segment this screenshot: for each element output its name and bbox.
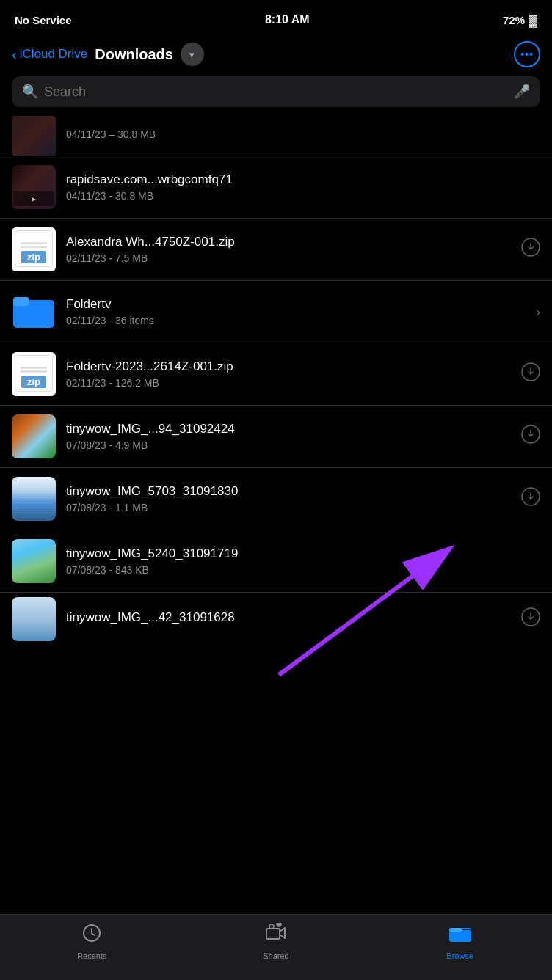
- tab-shared-label: Shared: [263, 951, 288, 960]
- mic-icon: 🎤: [514, 84, 530, 100]
- chevron-right-icon: ›: [536, 304, 540, 320]
- page-title: Downloads: [95, 46, 173, 63]
- download-button[interactable]: [521, 362, 540, 386]
- file-name: 04/11/23 – 30.8 MB: [66, 128, 540, 140]
- tab-browse-label: Browse: [446, 951, 473, 960]
- file-thumbnail: ▶: [12, 165, 56, 209]
- file-meta: 07/08/23 - 843 KB: [66, 564, 540, 576]
- battery-icon: ▓: [529, 14, 537, 26]
- battery-label: 72%: [503, 14, 525, 26]
- ellipsis-icon: •••: [520, 48, 534, 60]
- file-name: Alexandra Wh...4750Z-001.zip: [66, 235, 514, 249]
- file-meta: 04/11/23 - 30.8 MB: [66, 190, 540, 202]
- file-name: rapidsave.com...wrbgcomfq71: [66, 172, 540, 187]
- tab-recents-label: Recents: [77, 951, 106, 960]
- tab-bar: Recents Shared Browse: [0, 914, 552, 980]
- file-meta: 02/11/23 - 7.5 MB: [66, 252, 514, 264]
- svg-rect-11: [266, 929, 280, 939]
- list-item[interactable]: tinywow_IMG_5240_31091719 07/08/23 - 843…: [0, 530, 552, 593]
- more-button[interactable]: •••: [514, 41, 540, 67]
- carrier-label: No Service: [15, 14, 72, 26]
- back-chevron-icon: ‹: [12, 46, 17, 63]
- shared-icon: [265, 923, 287, 948]
- svg-rect-15: [449, 928, 462, 932]
- list-item[interactable]: zip Alexandra Wh...4750Z-001.zip 02/11/2…: [0, 219, 552, 281]
- file-name: tinywow_IMG_...94_31092424: [66, 422, 514, 436]
- tab-recents[interactable]: Recents: [0, 923, 184, 960]
- file-meta: 07/08/23 - 1.1 MB: [66, 502, 514, 513]
- svg-rect-3: [13, 297, 29, 306]
- file-thumbnail: zip: [12, 227, 56, 271]
- dropdown-button[interactable]: ▾: [181, 43, 204, 66]
- file-thumbnail: [12, 477, 56, 521]
- time-label: 8:10 AM: [265, 13, 310, 26]
- file-meta: 07/08/23 - 4.9 MB: [66, 439, 514, 451]
- list-item[interactable]: tinywow_IMG_...42_31091628: [0, 593, 552, 646]
- file-name: tinywow_IMG_5240_31091719: [66, 546, 540, 561]
- search-input[interactable]: [44, 84, 508, 100]
- download-button[interactable]: [521, 487, 540, 511]
- tab-browse[interactable]: Browse: [368, 923, 552, 960]
- chevron-down-icon: ▾: [189, 49, 195, 60]
- tab-shared[interactable]: Shared: [184, 923, 368, 960]
- file-name: tinywow_IMG_5703_31091830: [66, 484, 514, 499]
- search-icon: 🔍: [22, 84, 38, 100]
- svg-rect-14: [449, 930, 471, 942]
- status-right: 72% ▓: [503, 14, 537, 26]
- file-name: tinywow_IMG_...42_31091628: [66, 610, 514, 625]
- file-thumbnail: zip: [12, 352, 56, 396]
- download-button[interactable]: [521, 425, 540, 448]
- file-list: 04/11/23 – 30.8 MB ▶ rapidsave.com...wrb…: [0, 116, 552, 646]
- download-button[interactable]: [521, 607, 540, 631]
- list-item[interactable]: tinywow_IMG_5703_31091830 07/08/23 - 1.1…: [0, 468, 552, 530]
- download-button[interactable]: [521, 238, 540, 261]
- file-meta: 02/11/23 - 36 items: [66, 315, 529, 326]
- svg-point-13: [277, 923, 281, 926]
- file-thumbnail: [12, 290, 56, 334]
- folder-icon: [448, 923, 473, 948]
- list-item[interactable]: 04/11/23 – 30.8 MB: [0, 116, 552, 156]
- back-button[interactable]: ‹ iCloud Drive: [12, 46, 87, 63]
- file-meta: 02/11/23 - 126.2 MB: [66, 377, 514, 389]
- clock-icon: [81, 923, 102, 948]
- file-thumbnail: [12, 414, 56, 458]
- list-item[interactable]: Foldertv 02/11/23 - 36 items ›: [0, 281, 552, 343]
- back-label: iCloud Drive: [20, 47, 88, 62]
- file-thumbnail: [12, 597, 56, 641]
- list-item[interactable]: tinywow_IMG_...94_31092424 07/08/23 - 4.…: [0, 406, 552, 468]
- search-bar[interactable]: 🔍 🎤: [12, 76, 540, 107]
- list-item[interactable]: ▶ rapidsave.com...wrbgcomfq71 04/11/23 -…: [0, 156, 552, 219]
- file-name: Foldertv: [66, 297, 529, 312]
- status-bar: No Service 8:10 AM 72% ▓: [0, 0, 552, 35]
- header: ‹ iCloud Drive Downloads ▾ •••: [0, 35, 552, 76]
- file-thumbnail: [12, 539, 56, 583]
- file-thumbnail: [12, 116, 56, 156]
- file-name: Foldertv-2023...2614Z-001.zip: [66, 359, 514, 374]
- list-item[interactable]: zip Foldertv-2023...2614Z-001.zip 02/11/…: [0, 343, 552, 406]
